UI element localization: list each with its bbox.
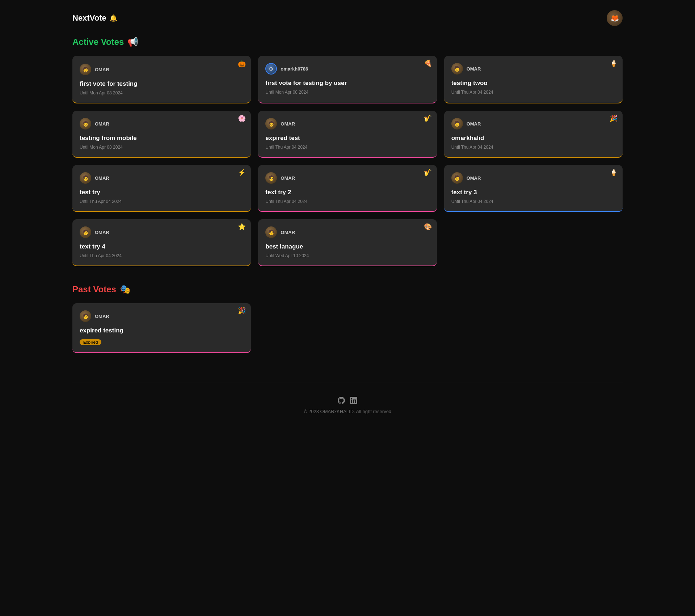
card-3-date: Until Thu Apr 04 2024 bbox=[451, 90, 615, 95]
active-votes-icon: 📢 bbox=[127, 37, 138, 47]
header: NextVote 🔔 🦊 bbox=[0, 0, 695, 33]
card-6-avatar: 🧑 bbox=[451, 118, 463, 129]
footer: © 2023 OMARxKHALID. All right reserved bbox=[0, 390, 695, 421]
past-card-1-user: 🧑 OMAR bbox=[80, 310, 244, 322]
card-8-user: 🧑 OMAR bbox=[265, 172, 429, 184]
card-6-date: Until Thu Apr 04 2024 bbox=[451, 145, 615, 150]
active-votes-row-1: 🎃 🧑 OMAR first vote for testing Until Mo… bbox=[72, 56, 623, 103]
past-card-1-username: OMAR bbox=[95, 314, 109, 319]
card-11-title: best lanague bbox=[265, 243, 429, 250]
active-votes-label: Active Votes bbox=[72, 37, 124, 47]
vote-card-11[interactable]: 🎨 🧑 OMAR best lanague Until Wed Apr 10 2… bbox=[258, 219, 437, 266]
card-3-emoji: 🍦 bbox=[610, 59, 618, 67]
card-10-username: OMAR bbox=[95, 230, 109, 235]
card-4-title: testing from mobile bbox=[80, 135, 244, 142]
brand-icon: 🔔 bbox=[109, 14, 117, 22]
card-9-emoji: 🍦 bbox=[610, 169, 618, 177]
card-9-date: Until Thu Apr 04 2024 bbox=[451, 199, 615, 204]
active-votes-row-4: ⭐ 🧑 OMAR text try 4 Until Thu Apr 04 202… bbox=[72, 219, 623, 266]
card-1-avatar: 🧑 bbox=[80, 64, 91, 75]
past-card-1-avatar: 🧑 bbox=[80, 310, 91, 322]
vote-card-1[interactable]: 🎃 🧑 OMAR first vote for testing Until Mo… bbox=[72, 56, 251, 103]
card-5-avatar: 🧑 bbox=[265, 118, 277, 129]
card-2-date: Until Mon Apr 08 2024 bbox=[265, 90, 429, 95]
card-2-avatar: ⊕ bbox=[265, 63, 277, 75]
vote-card-4[interactable]: 🌸 🧑 OMAR testing from mobile Until Mon A… bbox=[72, 111, 251, 158]
brand-logo[interactable]: NextVote 🔔 bbox=[72, 13, 117, 23]
card-10-title: text try 4 bbox=[80, 243, 244, 250]
card-1-title: first vote for testing bbox=[80, 80, 244, 88]
card-7-emoji: ⚡ bbox=[238, 169, 246, 177]
card-6-emoji: 🎉 bbox=[610, 114, 618, 122]
card-8-date: Until Thu Apr 04 2024 bbox=[265, 199, 429, 204]
avatar-image: 🦊 bbox=[610, 14, 619, 22]
vote-card-9[interactable]: 🍦 🧑 OMAR text try 3 Until Thu Apr 04 202… bbox=[444, 165, 623, 212]
past-card-1-emoji: 🎉 bbox=[238, 307, 246, 315]
card-3-user: 🧑 OMAR bbox=[451, 63, 615, 75]
vote-card-6[interactable]: 🎉 🧑 OMAR omarkhalid Until Thu Apr 04 202… bbox=[444, 111, 623, 158]
past-votes-row-1: 🎉 🧑 OMAR expired testing Expired bbox=[72, 303, 623, 353]
card-4-date: Until Mon Apr 08 2024 bbox=[80, 145, 244, 150]
past-card-1-title: expired testing bbox=[80, 327, 244, 334]
card-6-username: OMAR bbox=[467, 121, 481, 127]
card-3-title: testing twoo bbox=[451, 80, 615, 87]
linkedin-icon[interactable] bbox=[350, 397, 357, 406]
card-4-user: 🧑 OMAR bbox=[80, 118, 244, 129]
card-4-avatar: 🧑 bbox=[80, 118, 91, 129]
card-1-username: OMAR bbox=[95, 67, 109, 72]
vote-card-3[interactable]: 🍦 🧑 OMAR testing twoo Until Thu Apr 04 2… bbox=[444, 56, 623, 103]
card-9-avatar: 🧑 bbox=[451, 172, 463, 184]
card-4-emoji: 🌸 bbox=[238, 114, 246, 122]
card-5-date: Until Thu Apr 04 2024 bbox=[265, 145, 429, 150]
github-icon[interactable] bbox=[338, 397, 345, 406]
card-6-user: 🧑 OMAR bbox=[451, 118, 615, 129]
card-7-username: OMAR bbox=[95, 175, 109, 181]
card-1-emoji: 🎃 bbox=[238, 60, 246, 68]
vote-card-2[interactable]: 🍕 ⊕ omarkh0786 first vote for testing by… bbox=[258, 56, 437, 103]
card-9-user: 🧑 OMAR bbox=[451, 172, 615, 184]
card-7-date: Until Thu Apr 04 2024 bbox=[80, 199, 244, 204]
card-9-username: OMAR bbox=[467, 175, 481, 181]
past-vote-card-1[interactable]: 🎉 🧑 OMAR expired testing Expired bbox=[72, 303, 251, 353]
card-8-title: text try 2 bbox=[265, 189, 429, 196]
user-avatar[interactable]: 🦊 bbox=[607, 10, 623, 26]
card-8-username: OMAR bbox=[281, 175, 295, 181]
card-10-user: 🧑 OMAR bbox=[80, 226, 244, 238]
main-content: Active Votes 📢 🎃 🧑 OMAR first vote for t… bbox=[0, 33, 695, 375]
card-8-emoji: 🎷 bbox=[424, 169, 432, 177]
card-6-title: omarkhalid bbox=[451, 135, 615, 142]
card-7-avatar: 🧑 bbox=[80, 172, 91, 184]
card-5-title: expired test bbox=[265, 135, 429, 142]
card-11-emoji: 🎨 bbox=[424, 223, 432, 231]
card-2-username: omarkh0786 bbox=[281, 66, 308, 72]
card-7-title: test try bbox=[80, 189, 244, 196]
card-11-avatar: 🧑 bbox=[265, 226, 277, 238]
card-2-emoji: 🍕 bbox=[424, 59, 432, 67]
card-2-title: first vote for testing by user bbox=[265, 80, 429, 87]
card-11-date: Until Wed Apr 10 2024 bbox=[265, 253, 429, 258]
card-9-title: text try 3 bbox=[451, 189, 615, 196]
card-1-user: 🧑 OMAR bbox=[80, 64, 244, 75]
card-10-avatar: 🧑 bbox=[80, 226, 91, 238]
card-5-emoji: 🎷 bbox=[424, 114, 432, 122]
card-11-username: OMAR bbox=[281, 230, 295, 235]
card-3-avatar: 🧑 bbox=[451, 63, 463, 75]
past-votes-section: Past Votes 🎭 🎉 🧑 OMAR expired testing Ex… bbox=[72, 284, 623, 353]
card-3-username: OMAR bbox=[467, 66, 481, 72]
brand-name: NextVote bbox=[72, 13, 106, 23]
card-8-avatar: 🧑 bbox=[265, 172, 277, 184]
vote-card-7[interactable]: ⚡ 🧑 OMAR test try Until Thu Apr 04 2024 bbox=[72, 165, 251, 212]
vote-card-10[interactable]: ⭐ 🧑 OMAR text try 4 Until Thu Apr 04 202… bbox=[72, 219, 251, 266]
vote-card-8[interactable]: 🎷 🧑 OMAR text try 2 Until Thu Apr 04 202… bbox=[258, 165, 437, 212]
past-votes-label: Past Votes bbox=[72, 284, 116, 294]
card-5-user: 🧑 OMAR bbox=[265, 118, 429, 129]
card-4-username: OMAR bbox=[95, 121, 109, 127]
footer-social-links bbox=[7, 397, 688, 406]
active-votes-row-3: ⚡ 🧑 OMAR test try Until Thu Apr 04 2024 … bbox=[72, 165, 623, 212]
vote-card-5[interactable]: 🎷 🧑 OMAR expired test Until Thu Apr 04 2… bbox=[258, 111, 437, 158]
card-2-user: ⊕ omarkh0786 bbox=[265, 63, 429, 75]
card-1-date: Until Mon Apr 08 2024 bbox=[80, 90, 244, 95]
active-votes-row-2: 🌸 🧑 OMAR testing from mobile Until Mon A… bbox=[72, 111, 623, 158]
past-votes-title: Past Votes 🎭 bbox=[72, 284, 623, 294]
expired-badge: Expired bbox=[80, 339, 101, 345]
